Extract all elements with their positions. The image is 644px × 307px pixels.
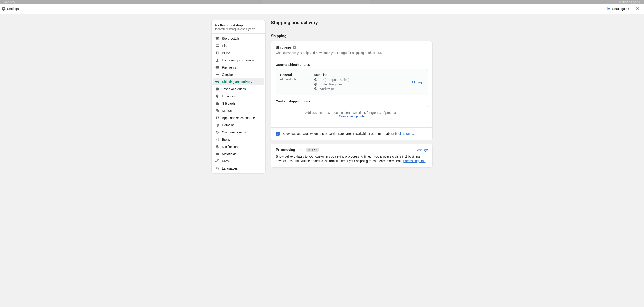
period: . [426,159,426,163]
info-icon[interactable]: i [293,46,296,49]
svg-point-4 [218,75,219,76]
processing-desc: Show delivery dates to your customers by… [276,154,428,163]
manage-processing-link[interactable]: Manage [416,148,428,152]
sidebar-item-label: Files [222,159,229,163]
processing-time-card: Processing time Inactive Manage Show del… [271,144,432,168]
global-search[interactable] [262,0,370,3]
sidebar-item-checkout[interactable]: Checkout [213,71,264,78]
domain-icon [215,123,219,127]
shopify-global-topbar: shopify Charlotte Evans [0,0,644,4]
custom-rates-empty: Add custom rates or destination restrict… [276,106,428,123]
shipping-card: Shipping i Choose where you ship and how… [271,41,432,140]
svg-rect-17 [216,153,219,154]
sidebar-item-markets[interactable]: Markets [213,107,264,114]
manage-general-link[interactable]: Manage [412,80,424,84]
sidebar-item-languages[interactable]: Languages [213,165,264,172]
sidebar-item-notifications[interactable]: Notifications [213,143,264,150]
store-icon [215,36,219,40]
processing-heading: Processing time Inactive [276,148,319,152]
sidebar-item-users[interactable]: Users and permissions [213,56,264,64]
gear-icon [2,7,6,11]
create-profile-link[interactable]: Create new profile [339,114,365,118]
close-icon [636,6,640,11]
sidebar-item-plan[interactable]: Plan [213,42,264,49]
gift-icon [215,101,219,105]
shipping-heading: Shipping i [276,45,428,50]
setup-guide-label: Setup guide [612,7,629,10]
svg-point-6 [218,82,219,83]
globe-icon [314,82,318,86]
shop-header[interactable]: tooltestertestshop tooltestertestshop.my… [212,20,265,33]
sidebar-item-label: Users and permissions [222,58,254,62]
custom-rates-heading: Custom shipping rates [276,99,428,103]
rates-for-label: Rates for [314,73,412,77]
sidebar-item-files[interactable]: Files [213,158,264,165]
flag-icon [607,7,611,10]
sidebar-item-customer-events[interactable]: Customer events [213,129,264,136]
svg-rect-11 [216,117,217,118]
sidebar-item-label: Notifications [222,145,239,149]
zone-row: United Kingdom [314,82,412,86]
settings-header-bar: Settings Setup guide [0,4,644,14]
sidebar-item-label: Domains [222,123,234,127]
svg-rect-18 [216,154,219,155]
sidebar-item-label: Customer events [222,130,246,134]
svg-point-3 [216,75,217,76]
sidebar-item-domains[interactable]: Domains [213,121,264,129]
sidebar-item-label: Plan [222,44,228,47]
sidebar-item-apps[interactable]: Apps and sales channels [213,114,264,121]
shipping-heading-text: Shipping [276,45,291,50]
billing-icon [215,51,219,55]
shop-name: tooltestertestshop [215,23,262,27]
zone-label: United Kingdom [319,82,342,86]
sidebar-item-billing[interactable]: Billing [213,49,264,56]
backup-rates-checkbox[interactable] [276,132,280,136]
zone-row: EU (European Union) [314,78,412,82]
globe-icon [314,87,318,91]
pin-icon [215,94,219,98]
close-settings-button[interactable] [636,6,640,11]
backup-rates-text: Show backup rates when app or carrier ra… [282,132,414,135]
processing-time-link[interactable]: processing time [403,159,425,163]
sidebar-item-label: Billing [222,51,230,55]
metafields-icon [215,152,219,156]
cart-icon [215,73,219,77]
globe-icon [314,78,318,82]
settings-content: Shipping and delivery Shipping Shipping … [271,20,432,174]
payments-icon [215,65,219,69]
sidebar-item-brand[interactable]: Brand [213,136,264,143]
zone-row: Worldwide [314,87,412,91]
sidebar-item-shipping[interactable]: Shipping and delivery [213,78,264,85]
bell-icon [215,145,219,149]
settings-title: Settings [7,7,19,10]
sidebar-item-gift-cards[interactable]: Gift cards [213,100,264,107]
sidebar-item-metafields[interactable]: Metafields [213,150,264,158]
sidebar-item-label: Checkout [222,73,235,76]
shop-url[interactable]: tooltestertestshop.myshopify.com [215,27,262,31]
general-profile-box: General All products Rates for EU (Europ… [276,69,428,95]
backup-rates-link[interactable]: backup rates [395,132,413,135]
sidebar-item-locations[interactable]: Locations [213,93,264,100]
zone-label: EU (European Union) [319,78,350,82]
processing-heading-text: Processing time [276,148,304,152]
sidebar-item-taxes[interactable]: Taxes and duties [213,85,264,93]
backup-rates-row: Show backup rates when app or carrier ra… [276,132,428,136]
sidebar-item-label: Shipping and delivery [222,80,252,84]
sidebar-item-label: Markets [222,109,233,112]
taxes-icon [215,87,219,91]
globe-icon [215,109,219,113]
period: . [413,132,414,135]
custom-rates-hint: Add custom rates or destination restrict… [280,111,424,114]
setup-guide-link[interactable]: Setup guide [607,7,629,10]
page-title: Shipping and delivery [271,20,432,29]
svg-rect-12 [218,117,219,118]
brand-icon [215,137,219,142]
backup-text-pre: Show backup rates when app or carrier ra… [282,132,395,135]
sidebar-item-label: Taxes and duties [222,87,246,91]
sidebar-item-store-details[interactable]: Store details [213,35,264,42]
sidebar-item-label: Apps and sales channels [222,116,257,120]
sidebar-item-payments[interactable]: Payments [213,64,264,71]
files-icon [215,159,219,163]
sidebar-item-label: Metafields [222,152,236,156]
profile-name: General [280,73,307,77]
